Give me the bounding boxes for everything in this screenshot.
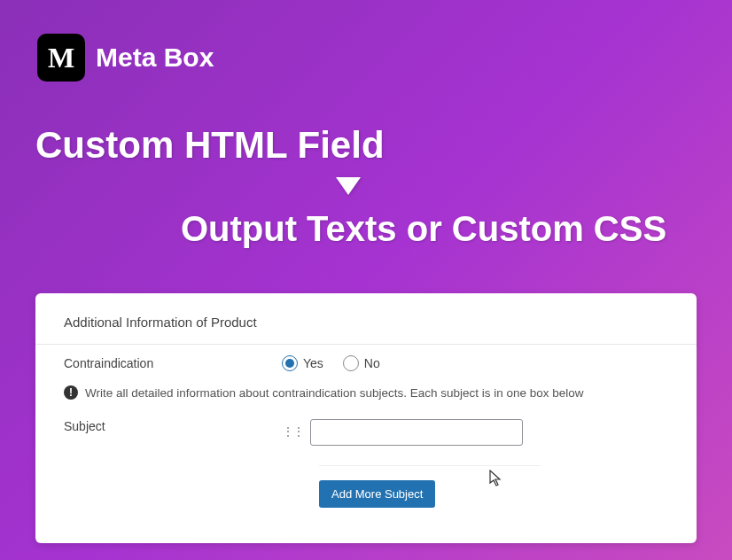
- radio-no-label: No: [364, 356, 380, 370]
- radio-yes-label: Yes: [303, 356, 323, 370]
- subject-label: Subject: [64, 419, 282, 433]
- button-row: Add More Subject: [35, 466, 697, 508]
- subject-input[interactable]: [310, 419, 523, 446]
- drag-handle-icon[interactable]: ⋮⋮: [282, 424, 303, 439]
- add-more-subject-button[interactable]: Add More Subject: [319, 480, 435, 508]
- arrow-down-icon: [0, 174, 732, 204]
- contraindication-radios: Yes No: [282, 355, 380, 371]
- logo-box: M: [37, 34, 85, 82]
- heading-custom-html: Custom HTML Field: [35, 124, 732, 167]
- radio-yes-circle: [282, 355, 298, 371]
- radio-no-circle: [343, 355, 359, 371]
- form-panel: Additional Information of Product Contra…: [35, 293, 697, 543]
- info-row: ! Write all detailed information about c…: [35, 382, 697, 407]
- subject-row: Subject ⋮⋮: [35, 407, 697, 453]
- panel-title: Additional Information of Product: [35, 315, 697, 344]
- contraindication-row: Contraindication Yes No: [35, 345, 697, 382]
- logo-letter: M: [48, 42, 74, 74]
- heading-output: Output Texts or Custom CSS: [115, 209, 732, 249]
- info-icon: !: [64, 385, 78, 400]
- radio-no[interactable]: No: [343, 355, 380, 371]
- radio-yes[interactable]: Yes: [282, 355, 323, 371]
- info-text: Write all detailed information about con…: [85, 386, 584, 400]
- brand-header: M Meta Box: [0, 0, 732, 82]
- brand-name: Meta Box: [96, 43, 214, 73]
- contraindication-label: Contraindication: [64, 356, 282, 370]
